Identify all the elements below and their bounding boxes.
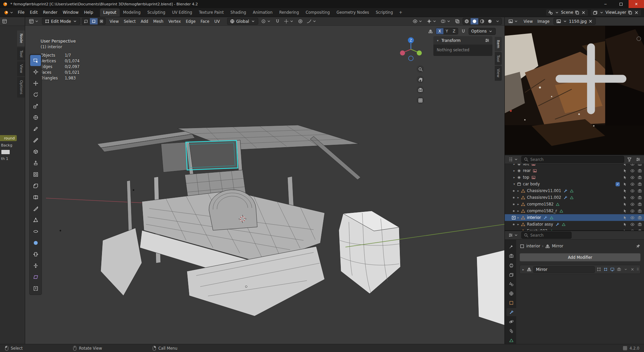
tool-inset[interactable] xyxy=(30,169,41,180)
selectable-toggle[interactable] xyxy=(623,169,627,173)
ortho-toggle-button[interactable] xyxy=(417,97,424,104)
pivot-dropdown[interactable] xyxy=(260,18,272,24)
disable-in-render-toggle[interactable] xyxy=(638,216,642,220)
gizmos-dropdown[interactable] xyxy=(426,18,438,24)
render-visibility-toggle[interactable] xyxy=(616,267,622,272)
edit-mode-toggle[interactable] xyxy=(603,267,608,272)
chevron-right-icon[interactable]: ▸ xyxy=(513,164,516,166)
tool-transform[interactable] xyxy=(30,112,41,123)
outliner-row-compmo1582[interactable]: ▸compmo1582 xyxy=(505,201,644,208)
add-modifier-button[interactable]: Add Modifier xyxy=(520,253,641,261)
left-region-tab-options[interactable]: Options xyxy=(17,77,25,97)
selectable-toggle[interactable] xyxy=(623,202,627,207)
collection-exclude-checkbox[interactable]: ✓ xyxy=(615,182,620,186)
tool-poly-build[interactable] xyxy=(30,215,41,226)
sidebar-tab-item[interactable]: Item xyxy=(495,37,502,51)
chevron-right-icon[interactable]: ▸ xyxy=(522,268,525,271)
zoom-button[interactable] xyxy=(417,65,424,73)
hide-in-viewport-toggle[interactable] xyxy=(630,164,635,166)
workspace-tab-texture-paint[interactable]: Texture Paint xyxy=(196,8,227,17)
workspace-tab-scripting[interactable]: Scripting xyxy=(372,8,396,17)
snap-toggle[interactable] xyxy=(274,18,281,24)
left-region-tab-view[interactable]: View xyxy=(17,61,25,76)
workspace-tab-compositing[interactable]: Compositing xyxy=(302,8,333,17)
image-datablock-selector[interactable]: 1150.jpg xyxy=(553,18,596,25)
menu-window[interactable]: Window xyxy=(60,9,81,16)
shading-material-button[interactable] xyxy=(478,18,486,24)
outliner-row-top[interactable]: ▸top xyxy=(505,174,644,181)
disable-in-render-toggle[interactable] xyxy=(638,182,642,186)
outliner-row-car-body[interactable]: ▾car body✓ xyxy=(505,181,644,187)
select-mode-face-button[interactable] xyxy=(98,18,105,24)
properties-tab-world[interactable] xyxy=(506,289,516,297)
tool-loop-cut[interactable] xyxy=(30,192,41,203)
hide-in-viewport-toggle[interactable] xyxy=(630,216,635,220)
hide-in-viewport-toggle[interactable] xyxy=(630,222,635,227)
blender-menu-button[interactable] xyxy=(3,9,15,16)
workspace-tab-geometry-nodes[interactable]: Geometry Nodes xyxy=(333,8,372,17)
xray-toggle[interactable] xyxy=(454,18,461,24)
tool-shrink-fatten[interactable] xyxy=(30,260,41,271)
breadcrumb-modifier[interactable]: Mirror xyxy=(552,244,563,248)
selectable-toggle[interactable] xyxy=(623,229,627,231)
hide-in-viewport-toggle[interactable] xyxy=(630,175,635,180)
viewport-menu-add[interactable]: Add xyxy=(139,18,151,24)
sidebar-tab-view[interactable]: View xyxy=(495,66,502,80)
scene-selector[interactable]: Scene xyxy=(546,9,588,16)
properties-tab-render[interactable] xyxy=(506,252,516,260)
properties-type-button[interactable] xyxy=(507,232,520,238)
chevron-right-icon[interactable]: ▸ xyxy=(513,169,516,172)
shading-dropdown[interactable] xyxy=(494,18,501,24)
outliner-row-left[interactable]: ▸left xyxy=(505,164,644,167)
hide-in-viewport-toggle[interactable] xyxy=(630,182,635,186)
orientation-dropdown[interactable]: Global xyxy=(227,18,258,25)
selectable-toggle[interactable] xyxy=(623,175,627,180)
outliner-search-input[interactable] xyxy=(530,157,622,162)
on-cage-toggle[interactable] xyxy=(596,267,601,272)
breadcrumb-object[interactable]: interior xyxy=(526,244,540,248)
add-workspace-button[interactable]: + xyxy=(396,9,405,16)
hide-in-viewport-toggle[interactable] xyxy=(630,169,635,173)
mode-dropdown[interactable]: Edit Mode xyxy=(42,18,80,25)
tool-measure[interactable] xyxy=(30,135,41,146)
navigation-gizmo[interactable]: Z xyxy=(397,36,424,63)
hide-in-viewport-toggle[interactable] xyxy=(630,202,635,207)
tool-shear[interactable] xyxy=(30,272,41,283)
tool-annotate[interactable] xyxy=(30,123,41,134)
select-mode-edge-button[interactable] xyxy=(90,18,98,24)
viewport-menu-select[interactable]: Select xyxy=(121,18,138,24)
workspace-tab-sculpting[interactable]: Sculpting xyxy=(144,8,169,17)
reference-image-canvas[interactable] xyxy=(505,26,644,155)
disable-in-render-toggle[interactable] xyxy=(638,229,642,231)
workspace-tab-animation[interactable]: Animation xyxy=(250,8,276,17)
workspace-tab-shading[interactable]: Shading xyxy=(227,8,250,17)
tool-rip[interactable] xyxy=(30,283,41,294)
shading-wireframe-button[interactable] xyxy=(463,18,471,24)
delete-modifier-button[interactable] xyxy=(630,267,635,272)
workspace-tab-uv-editing[interactable]: UV Editing xyxy=(169,8,196,17)
camera-view-button[interactable] xyxy=(417,86,424,94)
properties-tab-object[interactable] xyxy=(506,299,516,307)
selectable-toggle[interactable] xyxy=(623,222,627,227)
transform-panel-header[interactable]: ▾ Transform xyxy=(433,36,492,45)
outliner-row-rear[interactable]: ▸rear xyxy=(505,167,644,174)
tool-add-cube[interactable] xyxy=(30,146,41,157)
tool-move[interactable] xyxy=(30,78,41,89)
tool-bevel[interactable] xyxy=(30,180,41,191)
mirror-axis-y-button[interactable]: Y xyxy=(443,28,450,34)
outliner-row-empty-002[interactable]: ▸Empty.002 xyxy=(505,228,644,230)
minimize-button[interactable]: ─ xyxy=(598,0,613,8)
tool-knife[interactable] xyxy=(30,203,41,214)
modifier-extras-dropdown[interactable] xyxy=(623,267,628,272)
outliner-row-radiator-assy[interactable]: ▸Radiator assy xyxy=(505,221,644,228)
close-button[interactable]: ✕ xyxy=(629,0,644,8)
chevron-right-icon[interactable]: ▸ xyxy=(517,223,520,226)
workspace-tab-modeling[interactable]: Modeling xyxy=(120,8,144,17)
menu-render[interactable]: Render xyxy=(40,9,60,16)
color-swatch[interactable] xyxy=(1,150,10,155)
disable-in-render-toggle[interactable] xyxy=(638,169,642,173)
menu-file[interactable]: File xyxy=(15,9,27,16)
chevron-right-icon[interactable]: ▸ xyxy=(517,202,520,206)
disable-in-render-toggle[interactable] xyxy=(638,175,642,180)
hide-in-viewport-toggle[interactable] xyxy=(630,189,635,193)
